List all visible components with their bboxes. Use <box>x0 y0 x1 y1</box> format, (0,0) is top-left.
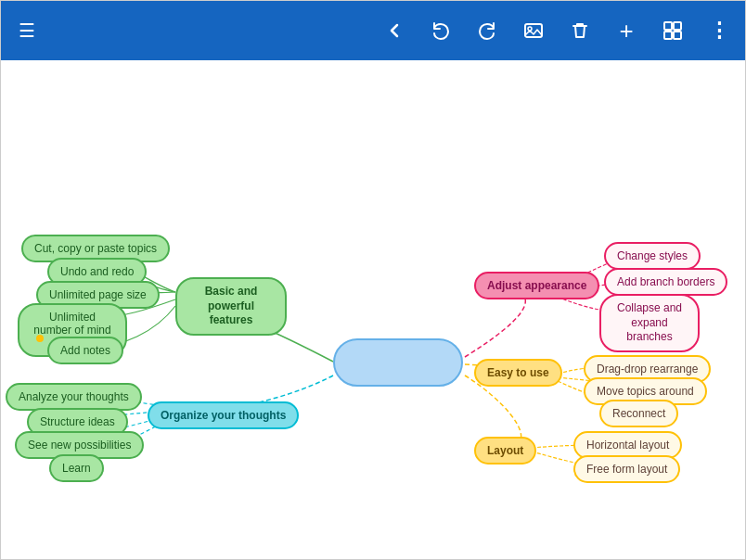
add-branch-node[interactable]: Add branch borders <box>604 268 727 296</box>
svg-rect-3 <box>674 22 681 30</box>
svg-rect-4 <box>664 32 672 39</box>
collapse-expand-node[interactable]: Collapse and expand branches <box>599 294 700 352</box>
svg-rect-2 <box>664 22 672 30</box>
free-form-node[interactable]: Free form layout <box>573 455 680 483</box>
back-button[interactable] <box>379 16 409 45</box>
undo-button[interactable] <box>426 16 456 45</box>
reconnect-node[interactable]: Reconnect <box>599 400 678 427</box>
learn-node[interactable]: Learn <box>49 454 104 482</box>
toolbar: ☰ <box>1 1 745 60</box>
change-styles-node[interactable]: Change styles <box>604 242 701 270</box>
adjust-appearance-node[interactable]: Adjust appearance <box>474 272 599 299</box>
analyze-node[interactable]: Analyze your thoughts <box>6 383 142 411</box>
easy-to-use-node[interactable]: Easy to use <box>474 359 562 387</box>
center-node[interactable] <box>333 338 463 387</box>
svg-rect-5 <box>674 32 681 39</box>
image-button[interactable] <box>519 16 548 45</box>
more-button[interactable]: ⋮ <box>704 16 734 45</box>
toolbar-right: + ⋮ <box>379 16 734 45</box>
app-container: ☰ <box>0 0 746 560</box>
mind-map-canvas[interactable]: Basic and powerful features Cut, copy or… <box>1 60 745 559</box>
basic-features-node[interactable]: Basic and powerful features <box>175 277 287 336</box>
svg-rect-0 <box>525 24 542 37</box>
toolbar-left: ☰ <box>12 16 42 45</box>
organize-node[interactable]: Organize your thoughts <box>148 401 299 429</box>
delete-button[interactable] <box>565 16 595 45</box>
redo-button[interactable] <box>472 16 502 45</box>
add-button[interactable]: + <box>611 16 641 45</box>
layout-node[interactable]: Layout <box>474 437 536 465</box>
menu-button[interactable]: ☰ <box>12 16 42 45</box>
add-notes-node[interactable]: Add notes <box>47 337 123 364</box>
layout-button[interactable] <box>658 16 688 45</box>
note-indicator <box>36 335 44 342</box>
